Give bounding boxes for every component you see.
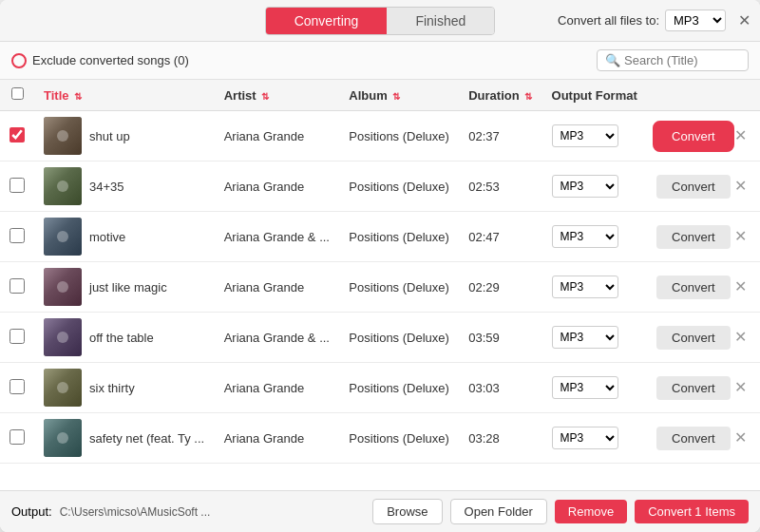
row-format-select[interactable]: MP3AACFLACWAV: [552, 124, 618, 147]
row-title-text: 34+35: [89, 180, 124, 194]
row-duration-cell: 02:29: [459, 262, 542, 313]
row-checkbox-cell: [0, 363, 34, 413]
row-convert-button[interactable]: Convert: [656, 276, 731, 299]
table-row: off the tableAriana Grande & ...Position…: [0, 313, 760, 363]
row-action-cell: Convert✕: [647, 363, 760, 413]
row-format-cell: MP3AACFLACWAV: [542, 413, 648, 464]
search-icon: 🔍: [605, 53, 620, 67]
header-action-col: [647, 80, 760, 111]
row-duration-cell: 02:53: [459, 162, 542, 212]
browse-button[interactable]: Browse: [372, 499, 442, 524]
row-action-cell: Convert✕: [647, 413, 760, 464]
row-convert-button[interactable]: Convert: [656, 427, 731, 450]
exclude-songs-label: Exclude converted songs (0): [32, 53, 189, 67]
row-title-text: just like magic: [89, 280, 167, 294]
table-row: six thirtyAriana GrandePositions (Deluxe…: [0, 363, 760, 413]
row-checkbox[interactable]: [10, 127, 25, 142]
header-duration-col[interactable]: Duration ⇅: [459, 80, 542, 111]
row-checkbox-cell: [0, 262, 34, 313]
row-album-cell: Positions (Deluxe): [339, 212, 459, 262]
tab-converting[interactable]: Converting: [266, 8, 388, 34]
row-checkbox[interactable]: [10, 429, 25, 445]
table-header-row: Title ⇅ Artist ⇅ Album ⇅ Duration ⇅ Outp…: [0, 80, 760, 111]
row-convert-button[interactable]: Convert: [656, 225, 731, 249]
row-delete-button[interactable]: ✕: [731, 179, 750, 194]
row-artist-cell: Ariana Grande & ...: [215, 212, 340, 262]
output-label: Output:: [11, 504, 52, 519]
row-checkbox-cell: [0, 313, 34, 363]
row-convert-button[interactable]: Convert: [656, 326, 731, 350]
row-delete-button[interactable]: ✕: [731, 229, 750, 244]
row-format-cell: MP3AACFLACWAV: [542, 212, 648, 262]
row-album-cell: Positions (Deluxe): [339, 162, 459, 212]
convert-all-label: Convert all files to:: [558, 13, 659, 28]
header-album-col[interactable]: Album ⇅: [339, 80, 459, 111]
row-title-cell: six thirty: [34, 363, 215, 413]
convert-items-button[interactable]: Convert 1 Items: [635, 500, 749, 523]
row-format-select[interactable]: MP3AACFLACWAV: [552, 427, 618, 449]
row-convert-button[interactable]: Convert: [656, 124, 731, 148]
select-all-checkbox[interactable]: [11, 87, 24, 100]
row-delete-button[interactable]: ✕: [731, 128, 750, 143]
row-delete-button[interactable]: ✕: [731, 279, 750, 294]
table-row: just like magicAriana GrandePositions (D…: [0, 262, 760, 313]
row-checkbox[interactable]: [10, 228, 25, 243]
search-box: 🔍: [597, 49, 749, 71]
row-title-cell: safety net (feat. Ty ...: [34, 413, 215, 464]
row-checkbox-cell: [0, 212, 34, 262]
tab-group: Converting Finished: [265, 7, 496, 35]
row-artist-cell: Ariana Grande & ...: [215, 313, 340, 363]
row-artist-cell: Ariana Grande: [215, 413, 340, 464]
tab-finished[interactable]: Finished: [387, 8, 494, 34]
row-convert-button[interactable]: Convert: [656, 175, 731, 199]
row-title-text: six thirty: [89, 381, 135, 395]
toolbar: Exclude converted songs (0) 🔍: [0, 42, 760, 80]
row-checkbox[interactable]: [10, 278, 25, 294]
output-path: C:\Users\micso\AMusicSoft ...: [60, 505, 366, 519]
row-format-select[interactable]: MP3AACFLACWAV: [552, 225, 618, 248]
row-duration-cell: 03:59: [459, 313, 542, 363]
row-format-select[interactable]: MP3AACFLACWAV: [552, 276, 618, 298]
row-format-cell: MP3AACFLACWAV: [542, 162, 648, 212]
row-title-text: off the table: [89, 331, 154, 345]
close-button[interactable]: ✕: [738, 13, 750, 28]
row-format-select[interactable]: MP3AACFLACWAV: [552, 376, 618, 399]
row-checkbox[interactable]: [10, 379, 25, 394]
row-title-cell: shut up: [34, 111, 215, 162]
row-album-cell: Positions (Deluxe): [339, 111, 459, 162]
row-checkbox-cell: [0, 111, 34, 162]
open-folder-button[interactable]: Open Folder: [450, 499, 547, 524]
row-delete-button[interactable]: ✕: [731, 330, 750, 345]
header-artist-col[interactable]: Artist ⇅: [215, 80, 340, 111]
row-checkbox[interactable]: [10, 178, 25, 193]
row-action-cell: Convert✕: [647, 162, 760, 212]
row-title-text: safety net (feat. Ty ...: [89, 431, 204, 446]
row-album-cell: Positions (Deluxe): [339, 413, 459, 464]
row-album-cell: Positions (Deluxe): [339, 363, 459, 413]
row-checkbox-cell: [0, 162, 34, 212]
row-checkbox[interactable]: [10, 329, 25, 344]
convert-all-format-select[interactable]: MP3 AAC FLAC WAV: [665, 10, 726, 31]
song-table-container: Title ⇅ Artist ⇅ Album ⇅ Duration ⇅ Outp…: [0, 80, 760, 490]
main-window: Converting Finished Convert all files to…: [0, 0, 760, 532]
row-format-select[interactable]: MP3AACFLACWAV: [552, 175, 618, 198]
row-album-cell: Positions (Deluxe): [339, 262, 459, 313]
table-row: motiveAriana Grande & ...Positions (Delu…: [0, 212, 760, 262]
row-checkbox-cell: [0, 413, 34, 464]
table-row: 34+35Ariana GrandePositions (Deluxe)02:5…: [0, 162, 760, 212]
row-delete-button[interactable]: ✕: [731, 380, 750, 395]
table-body: shut upAriana GrandePositions (Deluxe)02…: [0, 111, 760, 464]
search-input[interactable]: [624, 53, 740, 67]
row-format-cell: MP3AACFLACWAV: [542, 363, 648, 413]
row-artist-cell: Ariana Grande: [215, 111, 340, 162]
row-delete-button[interactable]: ✕: [731, 430, 750, 446]
remove-button[interactable]: Remove: [555, 500, 627, 523]
row-title-text: shut up: [89, 129, 130, 143]
row-artist-cell: Ariana Grande: [215, 262, 340, 313]
row-convert-button[interactable]: Convert: [656, 376, 731, 400]
row-album-cell: Positions (Deluxe): [339, 313, 459, 363]
header-title-col[interactable]: Title ⇅: [34, 80, 215, 111]
row-title-cell: just like magic: [34, 262, 215, 313]
row-format-select[interactable]: MP3AACFLACWAV: [552, 326, 618, 349]
row-duration-cell: 02:37: [459, 111, 542, 162]
